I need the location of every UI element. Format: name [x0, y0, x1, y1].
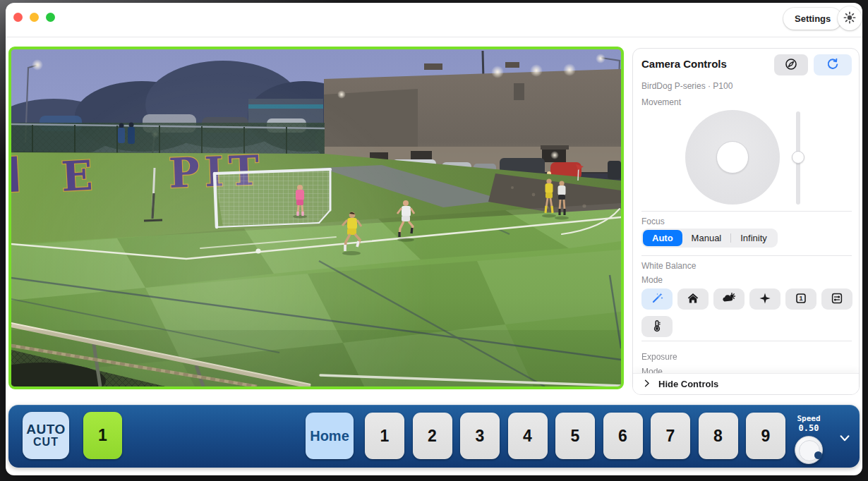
home-preset-button[interactable]: Home [306, 413, 354, 459]
wb-manual-button[interactable] [821, 288, 852, 310]
focus-label: Focus [641, 217, 665, 226]
compass-button[interactable] [774, 54, 808, 75]
compass-icon [784, 57, 798, 73]
focus-auto-button[interactable]: Auto [643, 230, 682, 246]
zoom-slider-thumb[interactable] [792, 151, 804, 164]
preset-button-5[interactable]: 5 [555, 413, 595, 459]
wb-outdoor-button[interactable] [713, 288, 745, 310]
divider [641, 211, 852, 212]
video-preview[interactable]: E PIT [8, 47, 624, 389]
exposure-label: Exposure [641, 352, 677, 362]
divider [641, 341, 852, 341]
minimize-button[interactable] [30, 13, 39, 22]
goal [215, 169, 330, 227]
video-scene: E PIT [11, 49, 621, 386]
outdoor-cloud-sun-icon [721, 291, 737, 308]
wb-indoor-button[interactable] [677, 288, 709, 310]
one-push-icon: 1 [794, 291, 808, 308]
panel-title: Camera Controls [641, 58, 727, 70]
auto-cut-line1: AUTO [26, 422, 65, 437]
wb-auto-button[interactable] [641, 288, 673, 310]
one-push-glyph: 1 [799, 295, 802, 302]
chevron-right-icon [642, 379, 651, 390]
sun-icon [843, 11, 857, 27]
zoom-button[interactable] [46, 13, 55, 22]
wb-color-temp-button[interactable] [641, 316, 673, 337]
camera-controls-panel: Camera Controls BirdDog P-series · P100 … [632, 48, 860, 395]
wb-one-push-trigger-button[interactable] [749, 288, 780, 310]
sparkle-icon [758, 291, 772, 308]
speed-knob[interactable] [795, 436, 823, 464]
window-controls [13, 13, 55, 22]
collapse-bar-button[interactable] [837, 431, 852, 446]
chevron-down-icon [838, 432, 851, 446]
device-label: BirdDog P-series · P100 [641, 81, 733, 91]
focus-infinity-button[interactable]: Infinity [731, 230, 776, 246]
settings-button[interactable]: Settings [783, 8, 842, 30]
refresh-icon [826, 57, 840, 73]
preset-button-6[interactable]: 6 [603, 413, 643, 459]
refresh-button[interactable] [814, 54, 852, 75]
hide-controls-label: Hide Controls [658, 379, 718, 389]
auto-wand-icon [650, 291, 664, 308]
program-camera-button[interactable]: 1 [83, 412, 122, 459]
auto-cut-line2: CUT [33, 437, 59, 449]
preset-button-9[interactable]: 9 [746, 413, 785, 459]
preset-button-1[interactable]: 1 [365, 413, 404, 459]
speed-label: Speed [788, 414, 830, 423]
preset-button-7[interactable]: 7 [651, 413, 690, 459]
auto-cut-button[interactable]: AUTO CUT [23, 412, 69, 459]
preset-control-bar: AUTO CUT 1 Home 1 2 3 4 5 6 7 8 9 Speed … [8, 405, 860, 468]
focus-segmented-control: Auto Manual Infinity [641, 229, 778, 248]
preset-button-3[interactable]: 3 [460, 413, 500, 459]
hide-controls-button[interactable]: Hide Controls [633, 373, 859, 394]
ptz-joystick[interactable] [685, 110, 780, 205]
divider [641, 255, 852, 256]
joystick-knob[interactable] [716, 141, 749, 173]
theme-toggle-button[interactable] [838, 6, 862, 30]
app-window: Settings [6, 3, 862, 475]
wb-one-push-button[interactable]: 1 [785, 288, 816, 310]
speed-knob-indicator [814, 451, 822, 459]
focus-manual-button[interactable]: Manual [682, 230, 731, 246]
titlebar-separator [6, 37, 862, 37]
indoor-house-icon [686, 291, 700, 308]
speed-value: 0.50 [788, 423, 830, 433]
preset-button-4[interactable]: 4 [508, 413, 548, 459]
close-button[interactable] [13, 13, 23, 22]
manual-sliders-icon [830, 291, 844, 308]
white-balance-label: White Balance [641, 261, 696, 271]
preset-button-8[interactable]: 8 [699, 413, 738, 459]
wb-mode-label: Mode [641, 275, 663, 285]
color-temp-thermometer-icon [650, 319, 664, 335]
preset-button-2[interactable]: 2 [413, 413, 452, 459]
movement-label: Movement [641, 97, 681, 107]
